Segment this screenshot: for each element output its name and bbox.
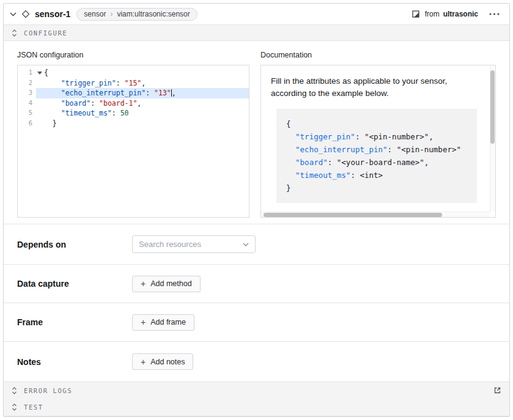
plus-icon: + (141, 358, 146, 366)
doc-code-line: } (286, 182, 467, 194)
component-type-label: sensor (84, 10, 106, 18)
doc-code-line: "board": "<your-board-name>", (286, 156, 467, 169)
doc-code-line: "trigger_pin": "<pin-number>", (286, 130, 467, 143)
doc-code-line: "echo_interrupt_pin": "<pin-number>" (286, 143, 467, 156)
error-logs-section-title: ERROR LOGS (24, 387, 72, 394)
expand-section-icon[interactable] (12, 403, 17, 411)
component-diamond-icon (21, 10, 30, 18)
json-editor[interactable]: 1{2 "trigger_pin": "15",3 "echo_interrup… (17, 65, 249, 218)
section-test-bar[interactable]: TEST (4, 399, 509, 416)
configure-panel: JSON configuration 1{2 "trigger_pin": "1… (4, 41, 509, 224)
frame-row: Frame + Add frame (4, 303, 509, 341)
fold-gutter (36, 119, 44, 129)
collapse-section-icon[interactable] (12, 29, 17, 37)
plus-icon: + (141, 279, 146, 288)
editor-line-code: "echo_interrupt_pin": "13", (44, 88, 249, 98)
component-breadcrumb: sensor › viam:ultrasonic:sensor (76, 8, 197, 21)
from-module-text: from ultrasonic (425, 10, 478, 18)
editor-line[interactable]: 2 "trigger_pin": "15", (18, 78, 249, 89)
editor-line-code: "timeout_ms": 50 (44, 108, 249, 119)
editor-line[interactable]: 6 } (18, 119, 249, 129)
frame-label: Frame (17, 317, 132, 327)
module-link[interactable]: ultrasonic (443, 10, 478, 18)
component-header: sensor-1 sensor › viam:ultrasonic:sensor… (4, 4, 509, 24)
line-number: 5 (18, 108, 36, 119)
documentation-panel[interactable]: Fill in the attributes as applicable to … (260, 65, 496, 218)
more-menu-button[interactable] (487, 12, 502, 17)
fold-gutter (36, 78, 44, 89)
component-card: sensor-1 sensor › viam:ultrasonic:sensor… (3, 3, 510, 417)
notes-label: Notes (17, 357, 132, 367)
section-configure-bar[interactable]: CONFIGURE (4, 24, 509, 41)
line-number: 4 (18, 98, 36, 109)
add-frame-button[interactable]: + Add frame (132, 314, 194, 331)
doc-vertical-scrollbar[interactable] (490, 65, 495, 212)
test-section-title: TEST (24, 403, 43, 411)
doc-code: { "trigger_pin": "<pin-number>", "echo_i… (276, 109, 477, 203)
editor-line-code: { (44, 68, 249, 78)
doc-horizontal-scrollbar-thumb[interactable] (264, 213, 442, 217)
fold-gutter (36, 108, 44, 119)
add-notes-button[interactable]: + Add notes (132, 353, 193, 370)
fold-arrow-icon[interactable] (36, 68, 44, 78)
editor-line[interactable]: 3 "echo_interrupt_pin": "13", (18, 88, 249, 98)
fold-gutter (36, 98, 44, 109)
editor-line-code: } (44, 119, 249, 129)
doc-code-line: "timeout_ms": <int> (286, 169, 467, 182)
add-method-button[interactable]: + Add method (132, 276, 201, 292)
depends-on-row: Depends on Search resources (4, 224, 509, 264)
data-capture-row: Data capture + Add method (4, 264, 509, 303)
documentation-label: Documentation (260, 51, 496, 59)
editor-line-code: "trigger_pin": "15", (44, 78, 249, 89)
notes-row: Notes + Add notes (4, 341, 509, 381)
doc-vertical-scrollbar-thumb[interactable] (490, 70, 495, 144)
depends-on-label: Depends on (17, 240, 132, 249)
editor-line[interactable]: 5 "timeout_ms": 50 (18, 108, 249, 119)
doc-horizontal-scrollbar[interactable] (261, 212, 490, 217)
editor-line[interactable]: 1{ (18, 68, 249, 78)
documentation-intro: Fill in the attributes as applicable to … (271, 75, 477, 100)
editor-line[interactable]: 4 "board": "board-1", (18, 98, 249, 109)
json-editor-lines: 1{2 "trigger_pin": "15",3 "echo_interrup… (18, 68, 249, 128)
collapse-chevron-icon[interactable] (10, 12, 17, 17)
fold-gutter (36, 88, 44, 98)
section-error-logs-bar[interactable]: ERROR LOGS (4, 381, 509, 399)
json-config-label: JSON configuration (17, 51, 249, 59)
breadcrumb-chevron-icon: › (110, 10, 113, 18)
module-icon (412, 10, 420, 18)
chevron-down-icon (243, 243, 249, 246)
line-number: 3 (18, 88, 36, 98)
component-model-label: viam:ultrasonic:sensor (117, 10, 190, 18)
doc-code-line: { (286, 117, 467, 130)
editor-line-code: "board": "board-1", (44, 98, 249, 109)
line-number: 6 (18, 119, 36, 129)
plus-icon: + (141, 318, 146, 326)
search-resources-select[interactable]: Search resources (132, 235, 256, 253)
search-resources-placeholder: Search resources (139, 240, 201, 249)
line-number: 1 (18, 68, 36, 78)
external-link-icon[interactable] (493, 386, 501, 394)
expand-section-icon[interactable] (12, 386, 17, 395)
data-capture-label: Data capture (17, 279, 132, 289)
line-number: 2 (18, 78, 36, 89)
component-title: sensor-1 (35, 9, 70, 19)
configure-section-title: CONFIGURE (24, 29, 67, 37)
